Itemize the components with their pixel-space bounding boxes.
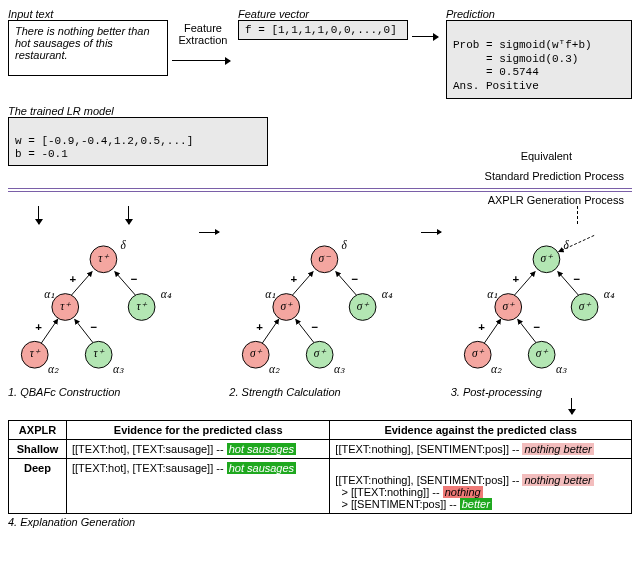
table-head-against: Evidence against the predicted class bbox=[330, 421, 632, 440]
input-text-box: There is nothing better than hot sausage… bbox=[8, 20, 168, 76]
axplr-process-label: AXPLR Generation Process bbox=[8, 194, 632, 206]
feature-vector-box: f = [1,1,1,1,0,0,...,0] bbox=[238, 20, 408, 40]
arrow-step3-to-table bbox=[571, 398, 572, 414]
process-separator bbox=[8, 188, 632, 192]
prediction-line-3: = 0.5744 bbox=[453, 66, 539, 78]
equivalent-label: Equivalent bbox=[521, 150, 572, 162]
row-label-shallow: Shallow bbox=[9, 440, 67, 459]
svg-text:α₄: α₄ bbox=[161, 289, 172, 301]
svg-text:σ⁺: σ⁺ bbox=[314, 348, 327, 360]
svg-text:+: + bbox=[257, 321, 264, 333]
step-3-tree: + − + − σ⁺ δ σ⁺ α₁ σ⁺ α₄ σ⁺ α₂ σ⁺ α₃ 3. … bbox=[451, 232, 632, 398]
table-row-shallow: Shallow [[TEXT:hot], [TEXT:sausage]] -- … bbox=[9, 440, 632, 459]
svg-text:α₄: α₄ bbox=[382, 289, 393, 301]
svg-text:−: − bbox=[352, 273, 359, 285]
prediction-line-2: = sigmoid(0.3) bbox=[453, 53, 578, 65]
svg-text:τ⁺: τ⁺ bbox=[60, 300, 71, 312]
arrow-step1-step2 bbox=[197, 232, 221, 233]
svg-text:+: + bbox=[512, 273, 519, 285]
prediction-label: Prediction bbox=[446, 8, 632, 20]
feature-extraction-label: Feature Extraction bbox=[172, 22, 234, 46]
table-head-for: Evidence for the predicted class bbox=[67, 421, 330, 440]
dashed-connector bbox=[577, 206, 578, 224]
row-label-deep: Deep bbox=[9, 459, 67, 514]
svg-text:δ: δ bbox=[121, 239, 127, 251]
svg-text:α₂: α₂ bbox=[491, 363, 502, 375]
svg-text:σ⁺: σ⁺ bbox=[578, 300, 591, 312]
feature-vector-label: Feature vector bbox=[238, 8, 408, 20]
lr-model-label: The trained LR model bbox=[8, 105, 268, 117]
cell-against-deep: [[TEXT:nothing], [SENTIMENT:pos]] -- not… bbox=[330, 459, 632, 514]
svg-text:δ: δ bbox=[563, 239, 569, 251]
lr-model-box: w = [-0.9,-0.4,1.2,0.5,...] b = -0.1 bbox=[8, 117, 268, 167]
arrow-vector-to-prediction bbox=[412, 36, 438, 37]
arrow-down-1 bbox=[38, 206, 39, 224]
arrow-step2-step3 bbox=[419, 232, 443, 233]
svg-text:−: − bbox=[131, 273, 138, 285]
arrow-down-2 bbox=[128, 206, 129, 224]
svg-text:α₁: α₁ bbox=[266, 289, 277, 301]
svg-text:−: − bbox=[573, 273, 580, 285]
svg-text:−: − bbox=[91, 321, 98, 333]
step-2-tree: + − + − σ⁻ δ σ⁺ α₁ σ⁺ α₄ σ⁺ α₂ σ⁺ α₃ 2. … bbox=[229, 232, 410, 398]
svg-text:α₄: α₄ bbox=[603, 289, 614, 301]
step-1-caption: 1. QBAFc Construction bbox=[8, 386, 189, 398]
svg-text:α₃: α₃ bbox=[556, 363, 567, 375]
svg-text:α₂: α₂ bbox=[269, 363, 280, 375]
step-3-caption: 3. Post-processing bbox=[451, 386, 632, 398]
svg-text:τ⁺: τ⁺ bbox=[94, 348, 105, 360]
svg-text:−: − bbox=[533, 321, 540, 333]
svg-text:α₂: α₂ bbox=[48, 363, 59, 375]
arrow-input-to-vector bbox=[172, 60, 230, 61]
prediction-line-1: Prob = sigmoid(wᵀf+b) bbox=[453, 39, 592, 51]
svg-text:σ⁺: σ⁺ bbox=[540, 252, 553, 264]
cell-against-shallow: [[TEXT:nothing], [SENTIMENT:pos]] -- not… bbox=[330, 440, 632, 459]
svg-text:τ⁺: τ⁺ bbox=[137, 300, 148, 312]
cell-for-shallow: [[TEXT:hot], [TEXT:sausage]] -- hot saus… bbox=[67, 440, 330, 459]
svg-text:−: − bbox=[312, 321, 319, 333]
step-1-tree: + − + − τ⁺ δ τ⁺ α₁ τ⁺ α₄ τ⁺ α₂ τ⁺ α₃ 1. … bbox=[8, 232, 189, 398]
svg-text:α₁: α₁ bbox=[487, 289, 498, 301]
svg-text:σ⁺: σ⁺ bbox=[502, 300, 515, 312]
svg-text:+: + bbox=[291, 273, 298, 285]
svg-text:τ⁺: τ⁺ bbox=[30, 348, 41, 360]
svg-text:σ⁺: σ⁺ bbox=[535, 348, 548, 360]
svg-text:σ⁺: σ⁺ bbox=[472, 348, 485, 360]
svg-text:α₃: α₃ bbox=[113, 363, 124, 375]
explanation-table: AXPLR Evidence for the predicted class E… bbox=[8, 420, 632, 514]
lr-model-b: b = -0.1 bbox=[15, 148, 68, 160]
svg-text:σ⁺: σ⁺ bbox=[281, 300, 294, 312]
prediction-line-4: Ans. Positive bbox=[453, 80, 539, 92]
step-2-caption: 2. Strength Calculation bbox=[229, 386, 410, 398]
table-head-axplr: AXPLR bbox=[9, 421, 67, 440]
svg-text:+: + bbox=[478, 321, 485, 333]
standard-process-label: Standard Prediction Process bbox=[8, 170, 632, 182]
svg-text:σ⁺: σ⁺ bbox=[357, 300, 370, 312]
svg-text:α₁: α₁ bbox=[44, 289, 55, 301]
svg-text:τ⁺: τ⁺ bbox=[98, 252, 109, 264]
svg-text:+: + bbox=[70, 273, 77, 285]
svg-text:+: + bbox=[35, 321, 42, 333]
step-4-caption: 4. Explanation Generation bbox=[8, 516, 632, 528]
svg-text:σ⁺: σ⁺ bbox=[250, 348, 263, 360]
prediction-box: Prob = sigmoid(wᵀf+b) = sigmoid(0.3) = 0… bbox=[446, 20, 632, 99]
table-row-deep: Deep [[TEXT:hot], [TEXT:sausage]] -- hot… bbox=[9, 459, 632, 514]
input-text-value: There is nothing better than hot sausage… bbox=[15, 25, 150, 61]
svg-text:δ: δ bbox=[342, 239, 348, 251]
svg-text:α₃: α₃ bbox=[334, 363, 345, 375]
cell-for-deep: [[TEXT:hot], [TEXT:sausage]] -- hot saus… bbox=[67, 459, 330, 514]
svg-text:σ⁻: σ⁻ bbox=[319, 252, 332, 264]
lr-model-w: w = [-0.9,-0.4,1.2,0.5,...] bbox=[15, 135, 193, 147]
input-text-label: Input text bbox=[8, 8, 168, 20]
